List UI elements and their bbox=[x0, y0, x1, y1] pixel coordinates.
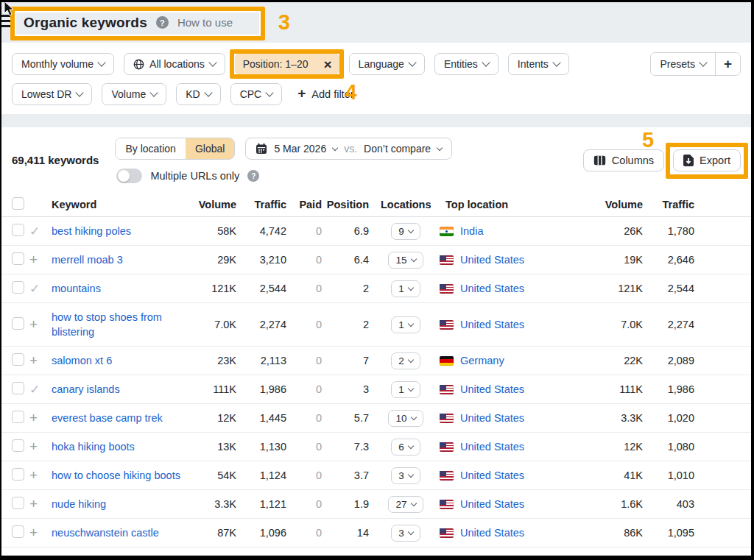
row-state-icon[interactable]: ✓ bbox=[29, 281, 52, 297]
locations-select[interactable]: 1 bbox=[391, 316, 420, 333]
row-checkbox[interactable] bbox=[12, 353, 24, 366]
col-header-volume-2[interactable]: Volume bbox=[583, 199, 646, 210]
locations-select[interactable]: 2 bbox=[391, 352, 420, 369]
country-flag-icon bbox=[440, 356, 454, 366]
country-flag-icon bbox=[440, 528, 454, 538]
add-preset-button[interactable]: + bbox=[716, 53, 740, 75]
global-segment[interactable]: Global bbox=[186, 138, 234, 159]
close-icon[interactable]: × bbox=[316, 57, 339, 71]
entities-filter[interactable]: Entities bbox=[434, 53, 498, 75]
keyword-link[interactable]: how to stop shoes from blistering bbox=[52, 311, 162, 338]
row-checkbox[interactable] bbox=[12, 281, 24, 294]
date-compare-select[interactable]: 5 Mar 2026 vs. Don’t compare bbox=[245, 138, 452, 160]
row-state-icon[interactable]: + bbox=[29, 316, 52, 333]
keyword-link[interactable]: nude hiking bbox=[52, 498, 106, 510]
position-cell: 6.4 bbox=[325, 254, 372, 266]
col-header-paid[interactable]: Paid bbox=[289, 199, 325, 210]
col-header-traffic[interactable]: Traffic bbox=[239, 199, 289, 210]
cpc-filter[interactable]: CPC bbox=[230, 83, 283, 105]
row-state-icon[interactable]: + bbox=[29, 439, 52, 455]
row-checkbox[interactable] bbox=[12, 525, 24, 538]
row-state-icon[interactable]: + bbox=[29, 496, 52, 512]
keyword-cell: hoka hiking boots bbox=[52, 433, 188, 461]
top-location-link[interactable]: India bbox=[460, 225, 483, 237]
row-checkbox[interactable] bbox=[12, 468, 24, 481]
top-location-link[interactable]: United States bbox=[460, 469, 524, 481]
col-header-position[interactable]: Position bbox=[325, 199, 372, 210]
kd-filter[interactable]: KD bbox=[176, 83, 220, 105]
keyword-link[interactable]: canary islands bbox=[52, 383, 120, 395]
row-state-icon[interactable]: + bbox=[29, 252, 52, 268]
by-location-segment[interactable]: By location bbox=[116, 138, 185, 159]
locations-select[interactable]: 27 bbox=[388, 496, 423, 513]
top-location-link[interactable]: United States bbox=[460, 412, 524, 424]
keyword-link[interactable]: mountains bbox=[52, 283, 101, 294]
keyword-link[interactable]: how to choose hiking boots bbox=[52, 469, 180, 481]
row-state-icon[interactable]: + bbox=[29, 467, 52, 483]
top-location-link[interactable]: Germany bbox=[460, 355, 504, 366]
compare-value[interactable]: Don’t compare bbox=[364, 143, 431, 155]
locations-select[interactable]: 10 bbox=[388, 410, 423, 427]
keyword-link[interactable]: best hiking poles bbox=[52, 225, 131, 237]
row-state-icon[interactable]: ✓ bbox=[29, 224, 52, 239]
row-checkbox[interactable] bbox=[12, 317, 24, 330]
locations-select[interactable]: 6 bbox=[391, 439, 420, 456]
row-state-icon[interactable]: ✓ bbox=[29, 382, 52, 397]
locations-select[interactable]: 3 bbox=[391, 525, 420, 542]
intents-filter[interactable]: Intents bbox=[508, 53, 569, 75]
locations-select[interactable]: 15 bbox=[388, 252, 423, 269]
locations-select[interactable]: 9 bbox=[391, 223, 420, 240]
row-checkbox[interactable] bbox=[12, 439, 24, 452]
col-header-top-location[interactable]: Top location bbox=[440, 199, 583, 210]
col-header-traffic-2[interactable]: Traffic bbox=[646, 199, 697, 210]
col-header-keyword[interactable]: Keyword bbox=[52, 199, 188, 210]
volume-filter[interactable]: Volume bbox=[102, 83, 166, 105]
multiple-urls-toggle[interactable] bbox=[116, 169, 142, 183]
keyword-link[interactable]: neuschwanstein castle bbox=[52, 527, 159, 539]
help-icon[interactable]: ? bbox=[156, 16, 169, 29]
top-location-link[interactable]: United States bbox=[460, 498, 524, 510]
table-row: + nude hiking 3.3K 1,121 0 1.9 27 United… bbox=[1, 490, 751, 519]
table-row: ✓ canary islands 111K 1,986 0 3 1 United… bbox=[1, 375, 751, 404]
keyword-link[interactable]: everest base camp trek bbox=[52, 412, 163, 424]
top-location-link[interactable]: United States bbox=[460, 283, 524, 294]
top-location-link[interactable]: United States bbox=[460, 254, 524, 266]
keyword-link[interactable]: salomon xt 6 bbox=[52, 355, 112, 366]
row-state-icon[interactable]: + bbox=[29, 410, 52, 426]
keyword-link[interactable]: merrell moab 3 bbox=[52, 254, 123, 266]
section-divider bbox=[1, 114, 751, 127]
row-state-icon[interactable]: + bbox=[29, 525, 52, 541]
row-checkbox[interactable] bbox=[12, 497, 24, 509]
top-location-volume-cell: 111K bbox=[583, 383, 646, 395]
presets-button[interactable]: Presets bbox=[651, 53, 714, 75]
columns-button[interactable]: Columns bbox=[583, 149, 664, 171]
row-checkbox[interactable] bbox=[12, 382, 24, 394]
date-value[interactable]: 5 Mar 2026 bbox=[274, 143, 326, 155]
keyword-link[interactable]: hoka hiking boots bbox=[52, 441, 135, 453]
export-button[interactable]: Export bbox=[673, 149, 741, 171]
top-location-link[interactable]: United States bbox=[460, 441, 524, 453]
export-wrap: Export 5 bbox=[673, 149, 741, 171]
row-checkbox[interactable] bbox=[12, 411, 24, 423]
top-location-link[interactable]: United States bbox=[460, 383, 524, 395]
col-header-locations[interactable]: Locations bbox=[372, 199, 440, 210]
monthly-volume-filter[interactable]: Monthly volume bbox=[12, 53, 114, 75]
locations-select[interactable]: 1 bbox=[391, 280, 420, 297]
top-location-link[interactable]: United States bbox=[460, 319, 524, 330]
how-to-use-link[interactable]: How to use bbox=[177, 16, 233, 29]
traffic-cell: 2,113 bbox=[239, 355, 289, 366]
lowest-dr-filter[interactable]: Lowest DR bbox=[12, 83, 92, 105]
row-checkbox[interactable] bbox=[12, 252, 24, 265]
all-locations-filter[interactable]: All locations bbox=[124, 53, 225, 75]
locations-select[interactable]: 1 bbox=[391, 381, 420, 398]
top-location-link[interactable]: United States bbox=[460, 527, 524, 539]
row-checkbox[interactable] bbox=[12, 224, 24, 236]
row-state-icon[interactable]: + bbox=[29, 352, 52, 369]
help-icon[interactable]: ? bbox=[247, 170, 259, 182]
locations-select[interactable]: 3 bbox=[391, 467, 420, 484]
col-header-volume[interactable]: Volume bbox=[188, 199, 239, 210]
locations-count: 2 bbox=[398, 355, 404, 366]
position-filter-pill[interactable]: Position: 1–20 × bbox=[235, 53, 339, 75]
language-filter[interactable]: Language bbox=[349, 53, 425, 75]
select-all-checkbox[interactable] bbox=[12, 197, 24, 210]
